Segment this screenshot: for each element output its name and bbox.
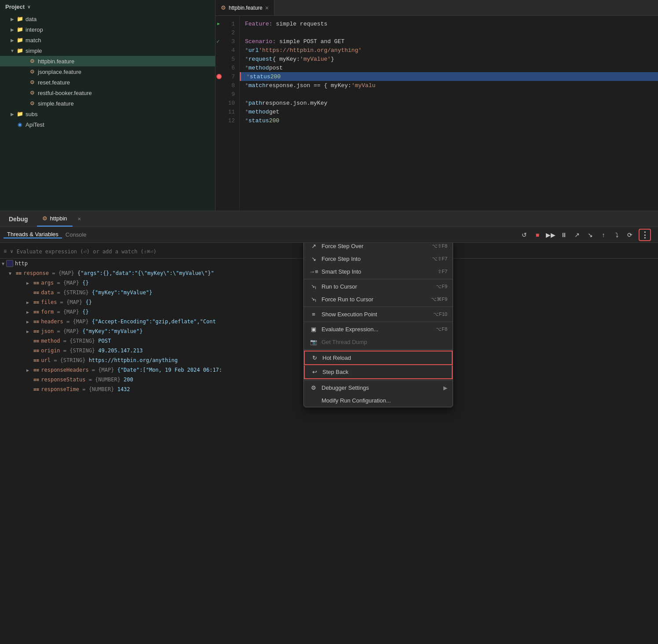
step-out-button[interactable]: ↑	[597, 229, 610, 241]
force-step-into-icon: ↘	[309, 256, 318, 262]
tree-item-apitest[interactable]: ◉ ApiTest	[0, 119, 215, 130]
stop-button[interactable]: ■	[531, 229, 544, 241]
var-type: = {STRING}	[60, 348, 99, 354]
menu-item-shortcut: ⇧F7	[438, 269, 447, 274]
var-name: headers	[41, 318, 63, 325]
line-num-7: 7	[216, 72, 239, 81]
var-icon: ≡≡	[33, 329, 39, 334]
reset-button[interactable]: ⟳	[624, 229, 636, 241]
tab-threads-variables[interactable]: Threads & Variables	[4, 231, 62, 238]
var-icon: ≡≡	[33, 280, 39, 286]
resume-button[interactable]: ▶▶	[545, 229, 557, 241]
step-over-button[interactable]: ↗	[571, 229, 583, 241]
collapse-arrow: ▶	[9, 112, 16, 117]
tab-label: Threads & Variables	[7, 231, 58, 238]
code-line-8: * match response.json == { myKey: 'myVal…	[240, 81, 658, 90]
line-num-1: ▶ 1	[216, 19, 239, 28]
var-name: files	[41, 299, 57, 305]
var-icon: ≡≡	[33, 377, 39, 383]
var-arrow: ▶	[26, 368, 33, 373]
menu-item-label: Smart Step Into	[322, 268, 438, 275]
menu-evaluate-expression[interactable]: ▣ Evaluate Expression... ⌥F8	[304, 323, 453, 336]
line-num-5: 5	[216, 55, 239, 63]
tree-item-data[interactable]: ▶ 📁 data	[0, 14, 215, 24]
tree-item-restful-feature[interactable]: ⚙ restful-booker.feature	[0, 88, 215, 98]
tree-item-simple[interactable]: ▼ 📁 simple	[0, 45, 215, 56]
menu-force-step-into[interactable]: ↘ Force Step Into ⌥⇧F7	[304, 252, 453, 265]
menu-item-label: Debugger Settings	[322, 384, 443, 391]
menu-force-step-over[interactable]: ↗ Force Step Over ⌥⇧F8	[304, 243, 453, 252]
debug-session-httpbin[interactable]: ⚙ httpbin	[37, 211, 73, 227]
var-value: POST	[98, 338, 111, 344]
menu-hot-reload[interactable]: ↻ Hot Reload	[304, 351, 453, 365]
editor-tab-httpbin[interactable]: ⚙ httpbin.feature ×	[216, 0, 274, 15]
menu-modify-run-config[interactable]: Modify Run Configuration...	[304, 394, 453, 407]
more-actions-button[interactable]: ⋮	[639, 229, 651, 241]
check-icon: ✓	[216, 38, 219, 45]
tree-item-interop[interactable]: ▶ 📁 interop	[0, 24, 215, 35]
var-name: form	[41, 309, 54, 315]
menu-get-thread-dump[interactable]: 📷 Get Thread Dump	[304, 336, 453, 348]
menu-item-shortcut: ⌥F9	[436, 284, 447, 289]
var-icon: ≡≡	[33, 309, 39, 315]
line-num-4: 4	[216, 46, 239, 55]
menu-show-execution-point[interactable]: ≡ Show Execution Point ⌥F10	[304, 308, 453, 321]
var-name: args	[41, 280, 54, 286]
tree-item-httpbin-feature[interactable]: ⚙ httpbin.feature	[0, 56, 215, 66]
var-value: {"Date":["Mon, 19 Feb 2024 06:17:	[117, 367, 222, 373]
menu-step-back[interactable]: ↩ Step Back	[304, 366, 453, 379]
tree-item-simple-feature[interactable]: ⚙ simple.feature	[0, 98, 215, 109]
var-arrow: ▶	[26, 310, 33, 315]
var-value: 1432	[117, 386, 130, 392]
tab-close-button[interactable]: ×	[265, 4, 269, 11]
tab-console[interactable]: Console	[62, 231, 90, 238]
menu-item-label: Show Execution Point	[322, 311, 433, 318]
var-name: responseHeaders	[41, 367, 88, 373]
debug-session-close[interactable]: ×	[73, 211, 87, 227]
debug-label: Debug	[4, 211, 33, 227]
var-type: = {MAP}	[57, 299, 85, 305]
tree-item-subs[interactable]: ▶ 📁 subs	[0, 109, 215, 119]
menu-smart-step-into[interactable]: →≡ Smart Step Into ⇧F7	[304, 265, 453, 278]
run-to-cursor-button[interactable]: ⤵	[610, 229, 623, 241]
class-icon: ◉	[16, 121, 24, 128]
tree-item-jsonplace-feature[interactable]: ⚙ jsonplace.feature	[0, 66, 215, 77]
var-name: responseTime	[41, 386, 79, 392]
menu-run-to-cursor[interactable]: ↘I Run to Cursor ⌥F9	[304, 280, 453, 293]
var-type: = {MAP}	[54, 309, 82, 315]
tree-item-match[interactable]: ▶ 📁 match	[0, 35, 215, 45]
code-lines: Feature: simple requests Scenario: simpl…	[240, 16, 658, 211]
line-num-11: 11	[216, 107, 239, 116]
var-value: {}	[82, 280, 88, 286]
step-back-icon: ↩	[310, 369, 319, 375]
rerun-button[interactable]: ↺	[518, 229, 530, 241]
project-header[interactable]: Project ∨	[0, 0, 215, 14]
var-type: = {NUMBER}	[85, 377, 124, 383]
menu-debugger-settings[interactable]: ⚙ Debugger Settings ▶	[304, 381, 453, 394]
var-name: responseStatus	[41, 377, 85, 383]
collapse-arrow: ▶	[9, 17, 16, 22]
run-to-cursor-icon: ↘I	[309, 283, 318, 290]
watch-dropdown[interactable]: ∨	[10, 249, 13, 254]
var-type: = {MAP}	[54, 280, 82, 286]
menu-separator	[304, 380, 453, 381]
tree-item-label: simple	[26, 48, 42, 54]
var-arrow: ▼	[9, 271, 16, 276]
tree-item-reset-feature[interactable]: ⚙ reset.feature	[0, 77, 215, 88]
step-into-button[interactable]: ↘	[584, 229, 596, 241]
menu-item-label: Force Step Into	[322, 256, 432, 262]
var-icon: ≡≡	[16, 271, 22, 276]
menu-separator	[304, 349, 453, 350]
collapse-arrow: ▶	[9, 38, 16, 43]
run-icon: ▶	[217, 21, 220, 26]
menu-item-label: Force Step Over	[322, 243, 432, 249]
menu-item-label: Force Run to Cursor	[322, 296, 431, 303]
pause-button[interactable]: ⏸	[558, 229, 570, 241]
folder-icon: 📁	[16, 47, 24, 55]
var-value: {"args":{},"data":"{\"myKey\":\"myValue\…	[77, 270, 214, 276]
var-icon: ≡≡	[33, 367, 39, 373]
menu-item-shortcut: ⌥⇧F8	[432, 243, 447, 249]
thread-arrow: ▼	[2, 261, 4, 266]
code-line-3: Scenario: simple POST and GET	[240, 37, 658, 46]
menu-force-run-to-cursor[interactable]: ↘I Force Run to Cursor ⌥⌘F9	[304, 293, 453, 306]
